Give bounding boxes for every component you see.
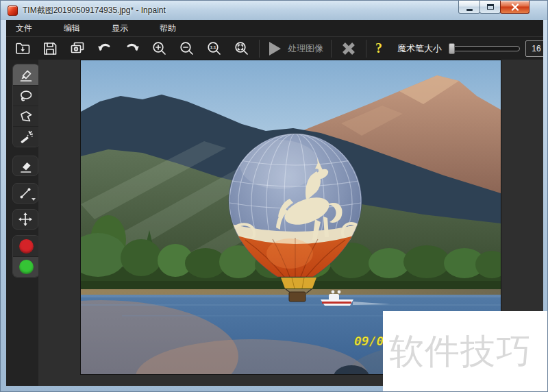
minimize-icon [466,9,473,11]
line-tool-button[interactable] [12,183,38,204]
photo-date-stamp: 09/0 [354,334,384,348]
menu-help[interactable]: 帮助 [150,23,198,34]
undo-button[interactable] [92,38,117,59]
maximize-button[interactable] [480,1,501,14]
watermark-text: 软件技巧 [389,328,532,376]
eraser-tool-button[interactable] [12,156,38,176]
show-original-icon [68,40,86,58]
eraser-icon [18,158,33,173]
minimize-button[interactable] [458,1,480,14]
svg-text:1:1: 1:1 [210,45,216,49]
cancel-button[interactable] [336,38,361,59]
slider-track[interactable] [449,46,520,51]
tool-sidebar [6,60,38,386]
line-tool-dropdown-icon[interactable] [32,198,36,201]
magic-pen-size-slider[interactable] [449,42,520,55]
watermark-box: 软件技巧 [383,311,548,392]
open-image-icon [14,40,32,58]
process-image-icon [267,40,282,57]
magic-wand-tool-button[interactable] [13,126,39,147]
toolbar-separator [259,40,260,58]
menu-edit[interactable]: 编辑 [54,23,102,34]
show-original-button[interactable] [65,38,90,59]
slider-handle[interactable] [449,43,455,54]
maximize-icon [487,4,494,10]
menubar: 文件 编辑 显示 帮助 [6,20,543,36]
zoom-actual-button[interactable]: 1:1 [202,38,227,59]
move-tool-button[interactable] [12,209,38,230]
save-button[interactable] [38,38,62,59]
open-image-button[interactable] [10,38,35,59]
magic-pen-size-input[interactable]: 16 [525,40,543,57]
window-title: TIM截图20190509174935.jpg* - Inpaint [23,5,166,16]
zoom-fit-button[interactable] [229,38,254,59]
marker-color-red-button[interactable] [13,236,39,256]
save-icon [41,40,59,58]
toolbar-separator [331,40,332,58]
close-button[interactable] [500,1,530,14]
lasso-tool-button[interactable] [13,85,39,106]
zoom-out-icon [178,40,196,58]
marker-icon [18,67,34,82]
marker-tool-button[interactable] [13,64,39,85]
magic-pen-size-label: 魔术笔大小 [397,42,442,55]
marker-color-green-button[interactable] [13,256,39,277]
process-image-label: 处理图像 [288,42,323,55]
zoom-in-button[interactable] [147,38,172,59]
close-icon [511,3,519,11]
red-color-icon [19,239,34,254]
inpaint-window: TIM截图20190509174935.jpg* - Inpaint 文件 编辑… [0,0,548,392]
menu-view[interactable]: 显示 [102,23,150,34]
zoom-fit-icon [233,40,251,58]
redo-icon [123,40,141,58]
move-icon [18,212,33,227]
toolbar-separator [366,40,366,58]
zoom-out-button[interactable] [175,38,199,59]
redo-button[interactable] [120,38,145,59]
process-image-button[interactable]: 处理图像 [263,38,327,59]
line-icon [18,186,33,201]
cancel-icon [339,39,358,58]
magic-wand-icon [18,130,34,145]
menu-file[interactable]: 文件 [6,23,54,34]
toolbar: 1:1 处理图像 [6,36,543,60]
polygon-lasso-tool-button[interactable] [13,106,39,126]
undo-icon [96,40,114,58]
help-icon: ? [375,40,382,56]
polygon-lasso-icon [18,109,34,124]
app-icon [8,5,18,16]
help-button[interactable]: ? [370,39,388,58]
titlebar: TIM截图20190509174935.jpg* - Inpaint [1,1,548,20]
green-color-icon [19,260,34,274]
zoom-actual-icon: 1:1 [206,40,223,58]
selection-tool-group [12,64,40,147]
zoom-in-icon [151,40,169,58]
marker-color-group [12,235,40,278]
lasso-icon [18,88,34,103]
